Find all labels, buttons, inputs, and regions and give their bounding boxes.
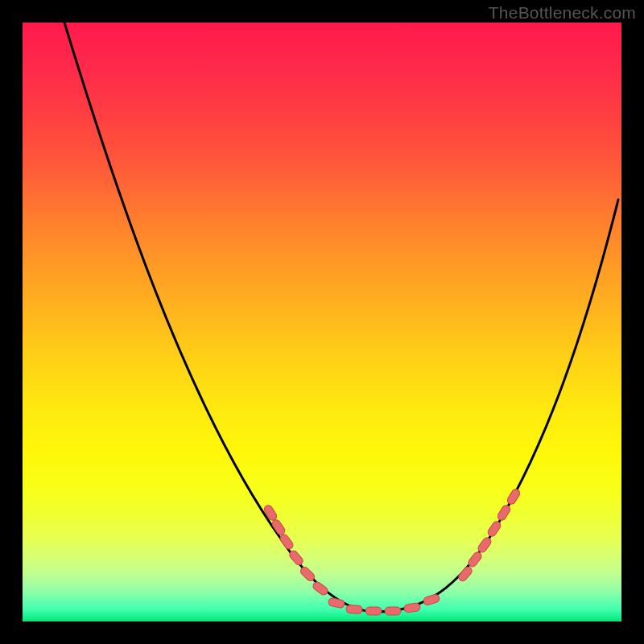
marker [312, 580, 329, 597]
marker [506, 488, 521, 506]
bottleneck-curve-right [377, 200, 618, 612]
marker [385, 607, 401, 615]
marker [328, 597, 345, 609]
marker [279, 533, 295, 551]
chart-container: TheBottleneck.com [0, 0, 644, 644]
marker [467, 551, 483, 568]
marker [299, 565, 316, 582]
chart-svg [23, 23, 621, 621]
marker [365, 607, 382, 615]
bottleneck-curve-left [64, 23, 377, 612]
marker [486, 520, 502, 538]
marker [346, 605, 363, 613]
marker [496, 504, 511, 522]
marker-layer [262, 488, 521, 615]
marker [477, 536, 493, 554]
marker [423, 593, 440, 606]
watermark: TheBottleneck.com [489, 3, 636, 23]
marker [288, 549, 305, 567]
curve-layer [64, 23, 618, 612]
marker [262, 504, 278, 522]
marker [403, 603, 420, 613]
